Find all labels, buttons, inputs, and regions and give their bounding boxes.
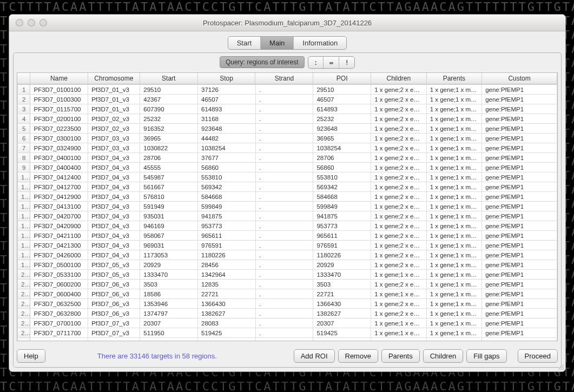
zoom-icon[interactable] (39, 19, 47, 26)
col-chromosome[interactable]: Chromosome (88, 73, 140, 84)
cell-custom[interactable]: gene:PfEMP1 (482, 104, 557, 114)
cell-children[interactable]: 1 x gene;2 x ex… (371, 299, 426, 309)
cell-custom[interactable]: gene:PfEMP1 (482, 114, 557, 124)
table-row[interactable]: 15PF3D7_0420900Pf3D7_04_v3946169953773.9… (18, 221, 557, 231)
col-rownum[interactable] (17, 73, 30, 84)
cell-start[interactable]: 561667 (140, 182, 198, 192)
cell-strand[interactable]: . (255, 202, 313, 211)
cell-poi[interactable]: 923648 (313, 124, 371, 134)
cell-parents[interactable]: 1 x gene;1 x mr… (426, 221, 481, 231)
cell-children[interactable]: 1 x gene;2 x ex… (371, 182, 426, 192)
cell-chromosome[interactable]: Pf3D7_07_v3 (88, 318, 140, 328)
table-row[interactable]: 26PF3D7_0711700Pf3D7_07_v3511950519425.5… (18, 328, 557, 338)
query-bang-button[interactable]: ! (339, 57, 354, 68)
cell-custom[interactable]: gene:PfEMP1 (482, 328, 557, 338)
cell-stop[interactable]: 1180226 (198, 250, 256, 260)
cell-chromosome[interactable]: Pf3D7_02_v3 (88, 124, 140, 134)
cell-custom[interactable]: gene:PfEMP1 (482, 182, 557, 192)
cell-parents[interactable]: 1 x gene;1 x mr… (426, 309, 481, 318)
col-start[interactable]: Start (140, 73, 197, 84)
titlebar[interactable]: Protospacer: Plasmodium_falciparum_3D7_2… (9, 15, 565, 31)
cell-strand[interactable]: . (255, 260, 313, 270)
cell-start[interactable]: 36965 (140, 134, 198, 143)
cell-chromosome[interactable]: Pf3D7_04_v3 (88, 172, 140, 182)
cell-name[interactable]: PF3D7_0300100 (30, 134, 88, 143)
cell-name[interactable]: PF3D7_0412900 (30, 192, 88, 202)
cell-children[interactable]: 1 x gene;2 x ex… (371, 250, 426, 260)
cell-parents[interactable]: 1 x gene;1 x mr… (426, 328, 481, 338)
table-row[interactable]: 7PF3D7_0324900Pf3D7_03_v310308221038254.… (18, 143, 557, 153)
cell-stop[interactable]: 46507 (198, 95, 256, 104)
cell-stop[interactable]: 44482 (198, 134, 256, 143)
cell-custom[interactable]: gene:PfEMP1 (482, 124, 557, 134)
cell-poi[interactable]: 599849 (313, 202, 371, 211)
cell-poi[interactable]: 941875 (313, 211, 371, 221)
tab-main[interactable]: Main (260, 37, 293, 49)
table-row[interactable]: 3PF3D7_0115700Pf3D7_01_v3607390614893.61… (18, 104, 557, 114)
cell-poi[interactable]: 953773 (313, 221, 371, 231)
cell-start[interactable]: 1353946 (140, 299, 198, 309)
cell-poi[interactable]: 1038254 (313, 143, 371, 153)
cell-stop[interactable]: 1342964 (198, 270, 256, 280)
cell-parents[interactable]: 1 x gene;1 x mr… (426, 124, 481, 134)
cell-custom[interactable]: gene:PfEMP1 (482, 309, 557, 318)
cell-custom[interactable]: gene:PfEMP1 (482, 85, 557, 95)
cell-stop[interactable]: 22721 (198, 289, 256, 299)
proceed-button[interactable]: Proceed (518, 349, 558, 363)
cell-strand[interactable]: . (255, 299, 313, 309)
cell-strand[interactable]: . (255, 231, 313, 241)
cell-name[interactable]: PF3D7_0600200 (30, 280, 88, 289)
cell-stop[interactable]: 28456 (198, 260, 256, 270)
cell-custom[interactable]: gene:PfEMP1 (482, 163, 557, 172)
cell-stop[interactable]: 941875 (198, 211, 256, 221)
cell-strand[interactable]: . (255, 163, 313, 172)
cell-strand[interactable]: . (255, 172, 313, 182)
cell-stop[interactable]: 1366430 (198, 299, 256, 309)
cell-poi[interactable]: 965611 (313, 231, 371, 241)
cell-parents[interactable]: 1 x gene;1 x mr… (426, 299, 481, 309)
cell-custom[interactable]: gene:PfEMP1 (482, 241, 557, 250)
cell-custom[interactable]: gene:PfEMP1 (482, 143, 557, 153)
table-row[interactable]: 10PF3D7_0412400Pf3D7_04_v3545987553810.5… (18, 172, 557, 182)
cell-stop[interactable]: 599849 (198, 202, 256, 211)
cell-start[interactable]: 28706 (140, 153, 198, 163)
cell-name[interactable]: PF3D7_0413100 (30, 202, 88, 211)
table-row[interactable]: 18PF3D7_0426000Pf3D7_04_v311730531180226… (18, 250, 557, 260)
cell-strand[interactable]: . (255, 114, 313, 124)
cell-name[interactable]: PF3D7_0711700 (30, 328, 88, 338)
cell-poi[interactable]: 28706 (313, 153, 371, 163)
cell-parents[interactable]: 1 x gene;1 x mr… (426, 338, 481, 341)
cell-start[interactable]: 946169 (140, 221, 198, 231)
cell-name[interactable]: PF3D7_0426000 (30, 250, 88, 260)
cell-start[interactable]: 1374797 (140, 309, 198, 318)
cell-chromosome[interactable]: Pf3D7_04_v3 (88, 241, 140, 250)
children-button[interactable]: Children (423, 349, 463, 363)
cell-chromosome[interactable]: Pf3D7_04_v3 (88, 221, 140, 231)
cell-parents[interactable]: 1 x gene;1 x mr… (426, 85, 481, 95)
table-row[interactable]: 8PF3D7_0400100Pf3D7_04_v32870637677.2870… (18, 153, 557, 163)
cell-chromosome[interactable]: Pf3D7_07_v3 (88, 338, 140, 341)
cell-name[interactable]: PF3D7_0420900 (30, 221, 88, 231)
cell-name[interactable]: PF3D7_0421100 (30, 231, 88, 241)
cell-children[interactable]: 1 x gene;1 x ex… (371, 289, 426, 299)
cell-name[interactable]: PF3D7_0400100 (30, 153, 88, 163)
cell-custom[interactable]: gene:PfEMP1 (482, 270, 557, 280)
table-row[interactable]: 23PF3D7_0632500Pf3D7_06_v313539461366430… (18, 299, 557, 309)
cell-children[interactable]: 1 x gene;2 x ex… (371, 104, 426, 114)
cell-stop[interactable]: 12835 (198, 280, 256, 289)
table-row[interactable]: 21PF3D7_0600200Pf3D7_06_v3350312835.3503… (18, 280, 557, 289)
cell-parents[interactable]: 1 x gene;1 x mr… (426, 241, 481, 250)
cell-children[interactable]: 1 x gene;2 x ex… (371, 280, 426, 289)
cell-poi[interactable]: 553810 (313, 172, 371, 182)
cell-children[interactable]: 1 x gene;2 x ex… (371, 221, 426, 231)
resize-grip-icon[interactable] (557, 363, 564, 370)
cell-strand[interactable]: . (255, 250, 313, 260)
cell-custom[interactable]: gene:PfEMP1 (482, 318, 557, 328)
cell-name[interactable]: PF3D7_0420700 (30, 211, 88, 221)
cell-children[interactable]: 1 x gene;1 x ex… (371, 270, 426, 280)
col-children[interactable]: Children (371, 73, 427, 84)
cell-strand[interactable]: . (255, 270, 313, 280)
cell-custom[interactable]: gene:PfEMP1 (482, 221, 557, 231)
cell-start[interactable]: 1173053 (140, 250, 198, 260)
table-row[interactable]: 22PF3D7_0600400Pf3D7_06_v31858622721.227… (18, 289, 557, 299)
